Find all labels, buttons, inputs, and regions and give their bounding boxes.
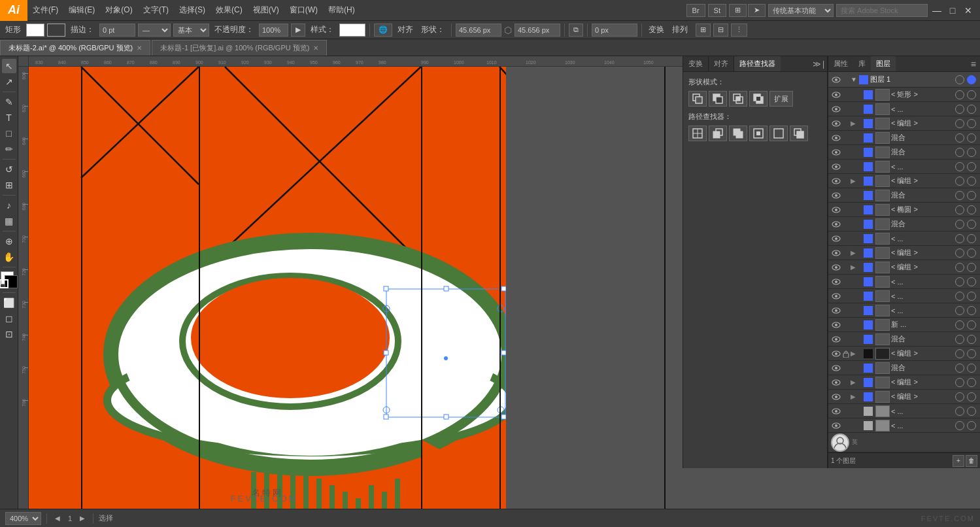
dot1-vis[interactable] [955, 105, 964, 114]
layer-group2[interactable]: ▶ < 编组 > [828, 174, 980, 188]
dot9-sel[interactable] [967, 421, 976, 430]
dot7-sel[interactable] [967, 320, 976, 330]
g3-vis[interactable] [955, 248, 964, 258]
more-btn[interactable]: ⋮ [731, 24, 747, 37]
close-btn[interactable]: ✕ [962, 4, 975, 17]
dot2-vis[interactable] [955, 162, 964, 171]
pathfinder-tab[interactable]: 路径查找器 [734, 56, 781, 71]
layer-dot8[interactable]: < ... [828, 404, 980, 418]
dot9-vis[interactable] [955, 421, 964, 430]
g6-eye[interactable] [831, 392, 841, 402]
send-btn[interactable]: ➤ [748, 4, 766, 17]
layer-group5[interactable]: ▶ < 编组 > [828, 375, 980, 390]
g2-vis[interactable] [955, 177, 964, 186]
prev-page-btn[interactable]: ◀ [52, 513, 63, 524]
g4-exp[interactable]: ▶ [851, 264, 857, 271]
g5-exp[interactable]: ▶ [851, 379, 857, 386]
dot3-vis[interactable] [955, 234, 964, 243]
stroke-preset-select[interactable]: — [138, 24, 171, 37]
layer-dot9[interactable]: < ... [828, 418, 980, 433]
unite-btn[interactable] [688, 91, 707, 107]
layer-group6[interactable]: ▶ < 编组 > [828, 390, 980, 404]
dot8-sel[interactable] [967, 407, 976, 416]
stroke-value-input[interactable] [99, 24, 135, 37]
g6-sel[interactable] [967, 392, 976, 401]
dot6-vis[interactable] [955, 306, 964, 315]
ell-vis[interactable] [955, 205, 964, 214]
layer-1-header[interactable]: ▼ 图层 1 [828, 72, 980, 88]
menu-help[interactable]: 帮助(H) [323, 0, 360, 20]
g2-exp[interactable]: ▶ [851, 177, 857, 184]
mix6-vis[interactable] [955, 364, 964, 373]
dot3-eye[interactable] [831, 233, 841, 244]
height-input[interactable] [515, 24, 560, 37]
hand-tool[interactable]: ✋ [2, 250, 16, 264]
layer-dot2[interactable]: < ... [828, 160, 980, 174]
ell-eye[interactable] [831, 205, 841, 215]
zoom-tool[interactable]: ⊕ [2, 234, 16, 248]
mix3-sel[interactable] [967, 191, 976, 200]
mix1-sel[interactable] [967, 133, 976, 143]
arrange-btn[interactable]: 排列 [669, 24, 690, 35]
menu-text[interactable]: 文字(T) [138, 0, 174, 20]
layer-mix6[interactable]: 混合 [828, 361, 980, 375]
color-swatches[interactable] [1, 271, 18, 288]
screen-mode-btn[interactable]: ⬜ [2, 296, 16, 310]
next-page-btn[interactable]: ▶ [77, 513, 88, 524]
g4-eye[interactable] [831, 262, 841, 273]
layer-dot5[interactable]: < ... [828, 289, 980, 303]
direct-select-tool[interactable]: ↗ [2, 75, 16, 89]
gl-sel[interactable] [967, 349, 976, 358]
width-input[interactable] [456, 24, 501, 37]
g2-sel[interactable] [967, 177, 976, 186]
g6-vis[interactable] [955, 392, 964, 401]
text-tool[interactable]: T [2, 110, 16, 125]
g3-eye[interactable] [831, 248, 841, 258]
stock-search-input[interactable] [836, 4, 928, 17]
mix4-vis[interactable] [955, 220, 964, 229]
g1-sel[interactable] [967, 119, 976, 128]
g1-vis[interactable] [955, 119, 964, 128]
layer-dot3[interactable]: < ... [828, 231, 980, 246]
mix5-sel[interactable] [967, 335, 976, 344]
grid-btn[interactable]: ⊞ [729, 4, 747, 17]
tab-1-close[interactable]: ✕ [137, 44, 142, 52]
shape-tool[interactable]: □ [2, 126, 16, 141]
menu-edit[interactable]: 编辑(E) [63, 0, 100, 20]
dot2-sel[interactable] [967, 162, 976, 171]
mix4-sel[interactable] [967, 220, 976, 229]
mix5-eye[interactable] [831, 334, 841, 345]
layers-tab[interactable]: 图层 [871, 56, 896, 71]
ell-sel[interactable] [967, 205, 976, 214]
rotate-tool[interactable]: ↺ [2, 162, 16, 177]
layer-group1[interactable]: ▶ < 编组 > [828, 116, 980, 131]
layer-dot4[interactable]: < ... [828, 275, 980, 289]
draw-mode-btn[interactable]: ◻ [2, 311, 16, 326]
workspace-select[interactable]: 传统基本功能 [768, 4, 834, 17]
layer-mix3[interactable]: 混合 [828, 188, 980, 203]
dot1-eye[interactable] [831, 104, 841, 114]
gl-exp[interactable]: ▶ [851, 350, 857, 357]
layer-dot7[interactable]: 新 ... [828, 318, 980, 332]
tab-1[interactable]: 未标题-2.ai* @ 400% (RGB/GPU 预览) ✕ [0, 40, 150, 56]
layer-group4[interactable]: ▶ < 编组 > [828, 260, 980, 275]
mix3-eye[interactable] [831, 190, 841, 201]
rect-sel[interactable] [967, 90, 976, 99]
expand-btn[interactable]: 扩展 [769, 91, 793, 107]
opacity-input[interactable] [259, 24, 288, 37]
mix1-eye[interactable] [831, 133, 841, 143]
dot5-sel[interactable] [967, 292, 976, 301]
rect-eye[interactable] [831, 90, 841, 100]
crop-btn[interactable] [749, 126, 768, 141]
transform-tab[interactable]: 变换 [683, 56, 709, 71]
bridge-btn[interactable]: Br [686, 4, 705, 17]
g6-exp[interactable]: ▶ [851, 393, 857, 400]
menu-select[interactable]: 选择(S) [174, 0, 211, 20]
tab-2-close[interactable]: ✕ [313, 44, 318, 52]
merge-btn[interactable] [729, 126, 747, 141]
artboard-tool[interactable]: ⊡ [2, 327, 16, 341]
link-constrain-btn[interactable]: ⧉ [569, 24, 583, 37]
g5-vis[interactable] [955, 378, 964, 387]
g1-exp[interactable]: ▶ [851, 120, 857, 127]
g4-sel[interactable] [967, 263, 976, 272]
